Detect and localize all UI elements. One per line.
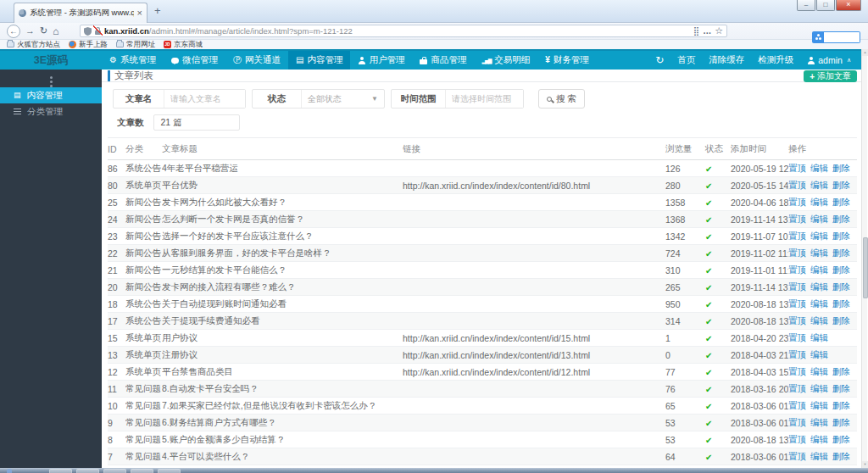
- action-pin-link[interactable]: 置顶: [788, 248, 806, 258]
- action-delete-link[interactable]: 删除: [832, 298, 850, 309]
- action-pin-link[interactable]: 置顶: [788, 315, 806, 326]
- action-delete-link[interactable]: 删除: [832, 434, 850, 444]
- widget-circles-icon[interactable]: [812, 31, 824, 43]
- windows-taskbar[interactable]: [0, 468, 868, 473]
- action-pin-link[interactable]: 置顶: [788, 400, 806, 410]
- taskbar-button[interactable]: [103, 469, 126, 473]
- qr-grid-icon[interactable]: ⣿: [693, 26, 699, 36]
- action-delete-link[interactable]: 删除: [832, 417, 850, 427]
- action-edit-link[interactable]: 编辑: [810, 349, 828, 359]
- action-pin-link[interactable]: 置顶: [788, 332, 806, 342]
- new-tab-button[interactable]: +: [154, 4, 161, 17]
- check-upgrade-link[interactable]: 检测升级: [758, 54, 793, 66]
- action-delete-link[interactable]: 删除: [832, 163, 850, 173]
- user-menu[interactable]: admin∧: [807, 55, 851, 65]
- address-bar[interactable]: kan.xriid.cn/admin.html#/manage/article/…: [80, 25, 727, 37]
- widget-input[interactable]: [824, 31, 860, 43]
- action-edit-link[interactable]: 编辑: [810, 281, 828, 292]
- scroll-up-arrow[interactable]: ▲: [862, 49, 868, 56]
- browser-tab[interactable]: 系统管理 - 亲测源码网 www.q ×: [14, 3, 147, 23]
- action-edit-link[interactable]: 编辑: [810, 163, 828, 173]
- taskbar-button[interactable]: [131, 469, 153, 473]
- action-edit-link[interactable]: 编辑: [810, 214, 828, 224]
- action-pin-link[interactable]: 置顶: [788, 163, 806, 173]
- action-delete-link[interactable]: 删除: [832, 281, 850, 292]
- bookmark-item[interactable]: 常用网址: [116, 40, 155, 50]
- search-button[interactable]: 搜 索: [538, 89, 585, 109]
- action-pin-link[interactable]: 置顶: [788, 434, 806, 444]
- action-pin-link[interactable]: 置顶: [788, 197, 806, 207]
- action-edit-link[interactable]: 编辑: [810, 417, 828, 427]
- scrollbar-thumb[interactable]: [863, 237, 868, 298]
- action-pin-link[interactable]: 置顶: [788, 383, 806, 393]
- page-actions-icon[interactable]: …: [703, 26, 711, 36]
- sidebar-item-content[interactable]: ▤内容管理: [0, 87, 102, 103]
- action-pin-link[interactable]: 置顶: [788, 417, 806, 427]
- url-text[interactable]: kan.xriid.cn/admin.html#/manage/article/…: [104, 26, 690, 36]
- action-delete-link[interactable]: 删除: [832, 180, 850, 190]
- action-edit-link[interactable]: 编辑: [810, 231, 828, 241]
- home-button[interactable]: ⌂: [53, 26, 58, 36]
- action-edit-link[interactable]: 编辑: [810, 180, 828, 190]
- nav-item-users[interactable]: 用户管理: [350, 51, 412, 70]
- back-button[interactable]: ←: [7, 25, 20, 38]
- action-delete-link[interactable]: 删除: [832, 366, 850, 376]
- nav-item-content[interactable]: ▤内容管理: [288, 51, 350, 70]
- action-edit-link[interactable]: 编辑: [810, 197, 828, 207]
- refresh-icon[interactable]: ↻: [655, 54, 664, 66]
- action-delete-link[interactable]: 删除: [832, 231, 850, 241]
- action-pin-link[interactable]: 置顶: [788, 298, 806, 309]
- action-pin-link[interactable]: 置顶: [788, 366, 806, 376]
- insecure-lock-icon[interactable]: [95, 31, 101, 35]
- bookmark-item[interactable]: JD京东商城: [164, 40, 203, 50]
- action-pin-link[interactable]: 置顶: [788, 451, 806, 461]
- action-edit-link[interactable]: 编辑: [810, 315, 828, 326]
- nav-item-system[interactable]: ⚙系统管理: [102, 51, 164, 70]
- nav-item-transactions[interactable]: ▂▅▇交易明细: [474, 51, 537, 70]
- browser-extension-widget[interactable]: [812, 31, 860, 43]
- action-edit-link[interactable]: 编辑: [810, 383, 828, 393]
- nav-item-finance[interactable]: ¥财务管理: [537, 51, 597, 70]
- browser-scrollbar[interactable]: ▲ ▼: [861, 49, 867, 468]
- sidebar-collapse-handle[interactable]: [50, 76, 53, 79]
- time-range-input[interactable]: [446, 90, 523, 108]
- window-minimize-button[interactable]: –: [797, 0, 815, 11]
- action-delete-link[interactable]: 删除: [832, 315, 850, 326]
- nav-item-wechat[interactable]: 微信管理: [164, 51, 225, 70]
- taskbar-button[interactable]: [76, 469, 99, 473]
- window-close-button[interactable]: ×: [836, 0, 861, 11]
- bookmark-item[interactable]: 火狐官方站点: [7, 40, 60, 50]
- action-delete-link[interactable]: 删除: [832, 264, 850, 275]
- action-pin-link[interactable]: 置顶: [788, 281, 806, 292]
- action-delete-link[interactable]: 删除: [832, 400, 850, 410]
- action-delete-link[interactable]: 删除: [832, 214, 850, 224]
- action-pin-link[interactable]: 置顶: [788, 214, 806, 224]
- sidebar-item-category[interactable]: 分类管理: [0, 103, 102, 120]
- add-article-button[interactable]: +添加文章: [804, 70, 857, 82]
- action-pin-link[interactable]: 置顶: [788, 180, 806, 190]
- action-delete-link[interactable]: 删除: [832, 197, 850, 207]
- reload-button[interactable]: ↻: [40, 26, 47, 36]
- forward-button[interactable]: →: [25, 26, 35, 36]
- action-delete-link[interactable]: 删除: [832, 383, 850, 393]
- status-select[interactable]: 全部状态▼: [302, 90, 384, 108]
- action-pin-link[interactable]: 置顶: [788, 349, 806, 359]
- action-edit-link[interactable]: 编辑: [810, 332, 828, 342]
- tracking-shield-icon[interactable]: [84, 27, 92, 36]
- taskbar-button[interactable]: [49, 469, 72, 473]
- action-edit-link[interactable]: 编辑: [810, 434, 828, 444]
- clear-cache-link[interactable]: 清除缓存: [709, 54, 744, 66]
- action-delete-link[interactable]: 删除: [832, 451, 850, 461]
- action-pin-link[interactable]: 置顶: [788, 264, 806, 275]
- action-edit-link[interactable]: 编辑: [810, 366, 828, 376]
- action-edit-link[interactable]: 编辑: [810, 451, 828, 461]
- bookmark-star-icon[interactable]: ☆: [715, 25, 723, 36]
- action-edit-link[interactable]: 编辑: [810, 248, 828, 258]
- action-edit-link[interactable]: 编辑: [810, 264, 828, 275]
- action-edit-link[interactable]: 编辑: [810, 298, 828, 309]
- window-maximize-button[interactable]: □: [816, 0, 835, 11]
- nav-item-goods[interactable]: 商品管理: [412, 51, 474, 70]
- bookmark-item[interactable]: 新手上路: [69, 40, 108, 50]
- action-pin-link[interactable]: 置顶: [788, 231, 806, 241]
- scroll-down-arrow[interactable]: ▼: [862, 461, 868, 468]
